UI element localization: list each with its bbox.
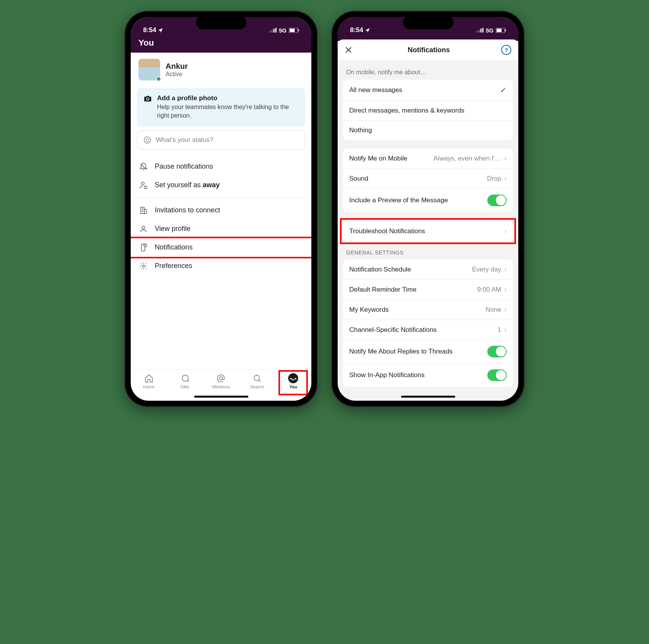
- home-indicator[interactable]: [194, 396, 248, 398]
- chevron-right-icon: ›: [504, 154, 507, 162]
- tab-home[interactable]: Home: [137, 373, 161, 389]
- modal-header: Notifications ?: [338, 39, 518, 60]
- section-general-label: GENERAL SETTINGS: [338, 241, 518, 260]
- svg-rect-6: [298, 29, 299, 31]
- svg-rect-31: [505, 29, 506, 31]
- svg-point-9: [148, 139, 149, 140]
- search-icon: [252, 373, 262, 383]
- phone-right: 8:54 5G: [332, 12, 524, 406]
- svg-rect-5: [290, 29, 295, 32]
- menu-invitations[interactable]: Invitations to connect: [131, 201, 311, 220]
- tab-search[interactable]: Search: [245, 373, 270, 389]
- svg-point-12: [144, 186, 147, 189]
- home-indicator[interactable]: [401, 396, 455, 398]
- notch: [403, 15, 453, 29]
- svg-rect-13: [141, 207, 144, 214]
- toggle-inapp[interactable]: [487, 369, 507, 381]
- svg-point-7: [144, 137, 151, 143]
- person-icon: [139, 225, 148, 233]
- page-title: You: [131, 38, 311, 53]
- svg-rect-14: [144, 209, 147, 214]
- svg-rect-0: [270, 31, 271, 32]
- toggle-preview[interactable]: [487, 195, 507, 206]
- add-photo-banner[interactable]: Add a profile photo Help your teammates …: [137, 88, 305, 126]
- chat-icon: [180, 373, 190, 383]
- status-time: 8:54: [350, 26, 363, 34]
- menu-view-profile[interactable]: View profile: [131, 220, 311, 238]
- row-schedule[interactable]: Notification Schedule Every day ›: [343, 260, 513, 280]
- signal-icon: [477, 28, 483, 32]
- profile-name: Ankur: [166, 62, 188, 71]
- option-all-messages[interactable]: All new messages ✓: [343, 80, 513, 101]
- menu-preferences[interactable]: Preferences: [131, 257, 311, 275]
- banner-subtitle: Help your teammates know they're talking…: [157, 103, 298, 120]
- battery-icon: [289, 28, 299, 33]
- chevron-right-icon: ›: [504, 285, 507, 294]
- status-time: 8:54: [143, 26, 156, 34]
- chevron-right-icon: ›: [504, 174, 507, 183]
- option-dms-mentions[interactable]: Direct messages, mentions & keywords: [343, 101, 513, 121]
- menu-label: Pause notifications: [155, 162, 213, 171]
- network-label: 5G: [279, 27, 287, 34]
- network-label: 5G: [486, 27, 494, 34]
- svg-rect-25: [477, 31, 478, 32]
- svg-point-11: [142, 182, 144, 185]
- group-general: Notification Schedule Every day › Defaul…: [343, 260, 513, 387]
- checkmark-icon: ✓: [500, 85, 507, 95]
- menu-notifications[interactable]: Notifications: [131, 238, 311, 257]
- menu-label: Preferences: [155, 262, 192, 270]
- tab-dms[interactable]: DMs: [172, 373, 197, 389]
- chevron-right-icon: ›: [504, 265, 507, 273]
- location-arrow-icon: [158, 27, 163, 33]
- separator: [131, 198, 311, 198]
- menu-label: Invitations to connect: [155, 206, 220, 214]
- row-thread-replies[interactable]: Notify Me About Replies to Threads: [343, 340, 513, 364]
- toggle-threads[interactable]: [487, 346, 507, 357]
- row-sound[interactable]: Sound Drop ›: [343, 169, 513, 189]
- svg-rect-27: [480, 29, 482, 32]
- option-nothing[interactable]: Nothing: [343, 121, 513, 140]
- you-face-icon: •ᴗ•: [288, 373, 298, 383]
- chevron-right-icon: ›: [504, 326, 507, 334]
- row-troubleshoot[interactable]: Troubleshoot Notifications ›: [343, 221, 513, 241]
- row-channel-specific[interactable]: Channel-Specific Notifications 1 ›: [343, 320, 513, 340]
- location-arrow-icon: [365, 27, 370, 33]
- notch: [196, 15, 246, 29]
- battery-icon: [496, 28, 506, 33]
- row-include-preview[interactable]: Include a Preview of the Message: [343, 189, 513, 212]
- row-notify-on-mobile[interactable]: Notify Me on Mobile Always, even when I'…: [343, 149, 513, 169]
- row-in-app[interactable]: Show In-App Notifications: [343, 364, 513, 387]
- profile-presence: Active: [166, 71, 188, 78]
- avatar[interactable]: [138, 59, 160, 80]
- bell-off-icon: [139, 162, 148, 171]
- smiley-icon: [143, 136, 151, 144]
- menu-set-away[interactable]: Set yourself as away: [131, 176, 311, 195]
- screen-you: 8:54 5G You: [131, 17, 311, 401]
- group-mobile-settings: Notify Me on Mobile Always, even when I'…: [343, 149, 513, 212]
- presence-dot-icon: [156, 76, 161, 82]
- group-notify-about: All new messages ✓ Direct messages, ment…: [343, 80, 513, 140]
- row-keywords[interactable]: My Keywords None ›: [343, 300, 513, 320]
- svg-point-18: [142, 226, 145, 229]
- person-away-icon: [139, 181, 148, 190]
- row-reminder-time[interactable]: Default Reminder Time 9:00 AM ›: [343, 280, 513, 300]
- tab-mentions[interactable]: Mentions: [208, 373, 233, 389]
- svg-rect-30: [497, 29, 502, 32]
- you-content: Ankur Active Add a profile photo Help yo…: [131, 53, 311, 370]
- close-button[interactable]: [345, 46, 356, 54]
- chevron-right-icon: ›: [504, 227, 507, 235]
- menu-label: View profile: [155, 225, 191, 233]
- tab-you[interactable]: •ᴗ• You: [281, 373, 306, 389]
- section-notify-about-label: On mobile, notify me about…: [338, 60, 518, 80]
- phone-left: 8:54 5G You: [125, 12, 317, 406]
- svg-line-24: [259, 380, 261, 382]
- home-icon: [144, 373, 154, 383]
- help-button[interactable]: ?: [501, 45, 511, 55]
- status-input[interactable]: What's your status?: [137, 130, 305, 150]
- svg-point-21: [142, 265, 145, 267]
- group-troubleshoot: Troubleshoot Notifications ›: [343, 221, 513, 241]
- menu-label: Set yourself as away: [155, 181, 220, 189]
- tab-bar: Home DMs Mentions Search: [131, 370, 311, 401]
- menu-pause-notifications[interactable]: Pause notifications: [131, 157, 311, 176]
- profile-row[interactable]: Ankur Active: [131, 53, 311, 84]
